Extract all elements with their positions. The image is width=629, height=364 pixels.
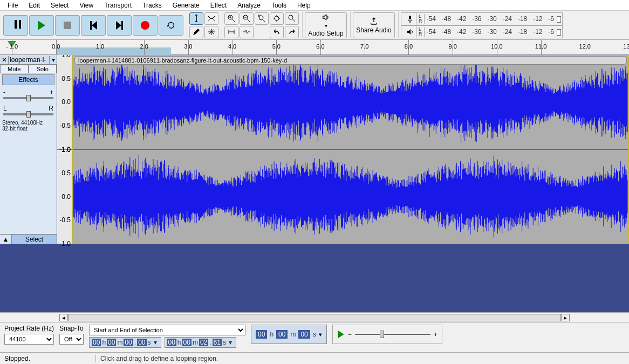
slider-thumb[interactable] (26, 95, 31, 101)
playback-meter[interactable]: LR -54-48-42-36-30-24-18-12-6 (401, 25, 563, 38)
timeline-ruler[interactable]: - 1.00.01.02.03.04.05.06.07.08.09.010.01… (0, 40, 629, 55)
zoom-in-icon (227, 14, 236, 23)
waveform-area[interactable]: looperman-l-1414881-0106911-bradosanz-fi… (72, 55, 629, 244)
audio-setup-label: Audio Setup (308, 30, 343, 37)
svg-point-3 (275, 16, 279, 20)
solo-button[interactable]: Solo (29, 65, 57, 73)
record-icon (141, 21, 149, 30)
skip-start-button[interactable] (81, 15, 106, 36)
gain-slider[interactable]: -+ (3, 88, 53, 100)
pause-icon (15, 20, 17, 30)
scroll-left-button[interactable]: ◂ (59, 314, 68, 321)
menu-view[interactable]: View (74, 1, 99, 10)
share-audio-button[interactable]: Share Audio (353, 12, 395, 38)
mute-button[interactable]: Mute (0, 65, 29, 73)
empty-track-area[interactable] (0, 244, 629, 312)
track: ✕ looperman-l- ▾ Mute Solo Effects -+ LR… (0, 55, 629, 244)
main-toolbar: ▾ Audio Setup Share Audio LR -54-48-42-3… (0, 11, 629, 40)
track-name[interactable]: looperman-l- (9, 56, 49, 64)
chevron-down-icon[interactable]: ▾ (152, 339, 159, 346)
skip-end-button[interactable] (107, 15, 132, 36)
chevron-down-icon[interactable]: ▾ (319, 331, 322, 338)
fit-selection-button[interactable] (255, 12, 269, 25)
silence-button[interactable] (240, 26, 254, 38)
pan-slider[interactable]: LR (3, 105, 53, 116)
play-speed-button[interactable] (338, 331, 344, 338)
selection-range (56, 47, 171, 55)
multi-tool[interactable] (204, 26, 218, 38)
status-bar: Stopped. Click and drag to define a loop… (0, 352, 629, 364)
share-icon (370, 17, 378, 25)
horizontal-scrollbar[interactable]: ◂ ▸ (0, 312, 629, 322)
snap-select[interactable]: Off (59, 334, 84, 345)
clip-title[interactable]: looperman-l-1414881-0106911-bradosanz-fi… (74, 56, 627, 65)
track-menu-button[interactable]: ▾ (49, 56, 57, 64)
scroll-right-button[interactable]: ▸ (561, 314, 570, 321)
envelope-tool[interactable] (204, 12, 218, 25)
menu-file[interactable]: File (2, 1, 23, 10)
waveform-left[interactable] (73, 56, 628, 150)
menu-select[interactable]: Select (45, 1, 74, 10)
draw-tool[interactable] (189, 26, 203, 38)
meter-lr: LR (419, 14, 425, 24)
track-info: Stereo, 44100Hz32-bit float (0, 119, 57, 133)
meter-scale: -54-48-42-36-30-24-18-12-6 (427, 28, 560, 36)
menu-transport[interactable]: Transport (99, 1, 137, 10)
redo-icon (288, 28, 296, 36)
track-control-panel: ✕ looperman-l- ▾ Mute Solo Effects -+ LR… (0, 55, 57, 244)
chevron-down-icon[interactable]: ▾ (227, 339, 234, 346)
svg-rect-5 (409, 16, 411, 19)
silence-icon (242, 28, 251, 36)
selection-end-field[interactable]: 00h 00m 02.61s ▾ (165, 337, 236, 348)
selection-mode-select[interactable]: Start and End of Selection (89, 325, 245, 335)
menu-analyze[interactable]: Analyze (232, 1, 266, 10)
collapse-button[interactable]: ▲ (0, 235, 12, 244)
pause-button[interactable] (3, 15, 28, 36)
mic-icon (404, 13, 416, 25)
speaker-small-icon (404, 26, 416, 38)
menu-help[interactable]: Help (292, 1, 316, 10)
menu-bar: FileEditSelectViewTransportTracksGenerat… (0, 0, 629, 11)
undo-icon (272, 28, 281, 36)
redo-button[interactable] (285, 26, 299, 38)
slider-thumb[interactable] (26, 111, 31, 118)
project-rate-label: Project Rate (Hz) (4, 325, 54, 332)
menu-tracks[interactable]: Tracks (137, 1, 167, 10)
stop-button[interactable] (55, 15, 80, 36)
time-display[interactable]: 00h 00m 00s ▾ (251, 325, 327, 344)
track-select-button[interactable]: Select (12, 235, 57, 244)
menu-generate[interactable]: Generate (167, 1, 205, 10)
record-button[interactable] (133, 15, 158, 36)
fit-sel-icon (257, 14, 266, 23)
menu-edit[interactable]: Edit (23, 1, 45, 10)
snap-label: Snap-To (59, 325, 84, 332)
zoom-out-icon (242, 14, 251, 23)
stop-icon (64, 22, 71, 29)
slider-thumb[interactable] (380, 331, 384, 338)
waveform-right[interactable] (73, 150, 628, 243)
zoom-out-button[interactable] (240, 12, 254, 25)
play-icon (38, 20, 45, 30)
selection-tool[interactable] (189, 12, 203, 25)
play-button[interactable] (29, 15, 54, 36)
track-close-button[interactable]: ✕ (0, 56, 9, 64)
zoom-toggle-button[interactable] (285, 12, 299, 25)
project-rate-select[interactable]: 44100 (4, 334, 54, 345)
loop-button[interactable] (159, 15, 183, 36)
selection-start-field[interactable]: 00h 00m 00.00s ▾ (89, 337, 161, 348)
menu-tools[interactable]: Tools (266, 1, 292, 10)
trim-button[interactable] (224, 26, 238, 38)
scroll-track[interactable] (68, 314, 561, 321)
speed-slider[interactable] (355, 334, 430, 335)
fit-project-button[interactable] (270, 12, 284, 25)
zoom-in-button[interactable] (224, 12, 238, 25)
record-meter[interactable]: LR -54-48-42-36-30-24-18-12-6 (401, 12, 563, 25)
menu-effect[interactable]: Effect (205, 1, 232, 10)
play-at-speed: − + (332, 325, 442, 344)
trim-icon (227, 28, 236, 36)
audio-setup-button[interactable]: ▾ Audio Setup (305, 12, 347, 38)
svg-point-4 (289, 15, 293, 19)
effects-button[interactable]: Effects (2, 74, 54, 85)
undo-button[interactable] (270, 26, 284, 38)
status-state: Stopped. (4, 355, 96, 362)
